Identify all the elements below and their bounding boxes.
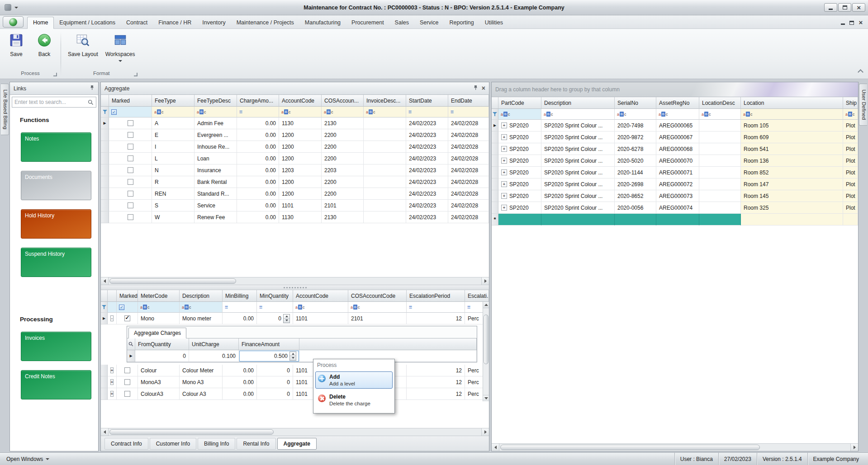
- marked-checkbox[interactable]: [128, 214, 133, 220]
- minimize-button[interactable]: [824, 3, 837, 12]
- filter-cell[interactable]: [194, 107, 237, 117]
- view-tab[interactable]: Rental Info: [237, 438, 275, 450]
- expand-icon[interactable]: +: [501, 122, 507, 128]
- context-menu-item[interactable]: Delete Delete the charge: [315, 391, 393, 409]
- marked-checkbox[interactable]: [124, 391, 130, 397]
- filter-cell[interactable]: [223, 302, 257, 313]
- quick-access-icon[interactable]: [5, 4, 11, 11]
- table-row[interactable]: + Colour Colour Meter 0.00 0 1101 12 Per…: [101, 365, 489, 376]
- filter-cell[interactable]: [498, 109, 541, 120]
- ribbon-tab[interactable]: Procurement: [346, 17, 389, 28]
- column-header[interactable]: ChargeAmo...: [237, 95, 279, 107]
- scrollbar-thumb[interactable]: [500, 445, 760, 450]
- table-row[interactable]: +SP2020 SP2020 Sprint Colour ... 2020-11…: [492, 167, 858, 178]
- column-header[interactable]: SerialNo: [615, 97, 656, 109]
- link-button[interactable]: Notes: [21, 132, 91, 162]
- horizontal-scrollbar[interactable]: [101, 277, 489, 285]
- quick-access-dropdown-icon[interactable]: [14, 7, 18, 9]
- mdi-restore-button[interactable]: [849, 19, 854, 26]
- scroll-left-icon[interactable]: [101, 428, 109, 436]
- marked-checkbox[interactable]: [128, 179, 133, 185]
- ribbon-tab[interactable]: Reporting: [444, 17, 479, 28]
- maximize-button[interactable]: [838, 3, 851, 12]
- ribbon-tab[interactable]: Utilities: [479, 17, 508, 28]
- link-button[interactable]: Documents: [21, 171, 91, 200]
- column-header[interactable]: LocationDesc: [699, 97, 741, 109]
- column-header[interactable]: AssetRegNo: [656, 97, 699, 109]
- filter-cell[interactable]: [843, 109, 858, 120]
- scroll-left-icon[interactable]: [101, 277, 109, 285]
- table-row[interactable]: A Admin Fee 0.00 1130 2130 24/02/2023 24…: [101, 117, 489, 129]
- filter-cell[interactable]: [448, 107, 489, 117]
- column-header[interactable]: COSAccoun...: [322, 95, 364, 107]
- marked-checkbox[interactable]: [128, 202, 133, 208]
- filter-cell[interactable]: [138, 302, 180, 313]
- search-input[interactable]: [14, 99, 88, 105]
- pin-icon[interactable]: [90, 85, 95, 92]
- filter-cell[interactable]: [407, 302, 465, 313]
- view-tab[interactable]: Billing Info: [198, 438, 235, 450]
- marked-checkbox[interactable]: [128, 155, 133, 161]
- expand-icon[interactable]: +: [501, 134, 507, 140]
- column-header[interactable]: FeeType: [152, 95, 194, 107]
- table-row[interactable]: R Bank Rental 0.00 1200 2200 24/02/2023 …: [101, 176, 489, 188]
- horizontal-scrollbar[interactable]: [101, 428, 489, 436]
- link-button[interactable]: Invoices: [21, 332, 91, 361]
- view-tab[interactable]: Contract Info: [104, 438, 148, 450]
- table-row[interactable]: - Mono Mono meter 0.00 0 1101 2101 12 Pe…: [101, 313, 489, 324]
- group-by-bar[interactable]: Drag a column header here to group by th…: [492, 82, 858, 97]
- filter-cell[interactable]: [656, 109, 699, 120]
- view-tab[interactable]: Aggregate: [277, 438, 317, 450]
- save-layout-button[interactable]: Save Layout: [65, 32, 101, 58]
- splitter[interactable]: [101, 285, 489, 290]
- collapse-icon[interactable]: -: [110, 315, 114, 321]
- column-header[interactable]: EscalationPeriod: [407, 290, 465, 302]
- table-row[interactable]: +SP2020 SP2020 Sprint Colour ... 2020-00…: [492, 202, 858, 214]
- new-row[interactable]: *: [492, 214, 858, 225]
- column-header[interactable]: Marked: [117, 290, 138, 302]
- filter-cell[interactable]: [615, 109, 656, 120]
- dialog-launcher-icon[interactable]: [53, 73, 57, 76]
- marked-checkbox[interactable]: [128, 120, 133, 126]
- filter-cell[interactable]: [257, 302, 293, 313]
- column-header[interactable]: Description: [541, 97, 615, 109]
- context-menu-item[interactable]: Add Add a level: [315, 371, 393, 389]
- table-row[interactable]: + MonoA3 Mono A3 0.00 0 1101 12 Perc: [101, 376, 489, 388]
- link-button[interactable]: Hold History: [21, 209, 91, 239]
- column-header[interactable]: AccountCode: [279, 95, 322, 107]
- quantity-stepper[interactable]: [283, 314, 290, 323]
- horizontal-scrollbar[interactable]: [492, 443, 858, 451]
- cell[interactable]: 0.500: [239, 350, 299, 362]
- scroll-right-icon[interactable]: [481, 428, 489, 436]
- scroll-down-icon[interactable]: [483, 395, 489, 401]
- open-windows-button[interactable]: Open Windows: [4, 456, 52, 462]
- dialog-launcher-icon[interactable]: [134, 73, 138, 76]
- ribbon-tab[interactable]: Maintenance / Projects: [231, 17, 299, 28]
- close-icon[interactable]: [482, 85, 485, 92]
- column-header[interactable]: Marked: [109, 95, 152, 107]
- column-header[interactable]: FinanceAmount: [239, 338, 299, 350]
- ribbon-tab[interactable]: Sales: [389, 17, 414, 28]
- column-header[interactable]: Location: [741, 97, 843, 109]
- marked-checkbox[interactable]: [124, 367, 130, 373]
- expand-icon[interactable]: +: [501, 146, 507, 152]
- column-header[interactable]: FeeTypeDesc: [194, 95, 237, 107]
- ribbon-tab[interactable]: Manufacturing: [299, 17, 346, 28]
- side-tab-life-based-billing[interactable]: Life Based Billing: [1, 84, 9, 135]
- ribbon-tab[interactable]: Inventory: [197, 17, 231, 28]
- scroll-up-icon[interactable]: [483, 302, 489, 308]
- app-menu-button[interactable]: [3, 16, 24, 28]
- marked-checkbox[interactable]: [128, 144, 133, 150]
- link-button[interactable]: Credit Notes: [21, 370, 91, 399]
- expand-icon[interactable]: +: [110, 391, 114, 397]
- marked-checkbox[interactable]: [128, 132, 133, 138]
- ribbon-tab[interactable]: Service: [414, 17, 444, 28]
- filter-cell[interactable]: [348, 302, 407, 313]
- column-header[interactable]: Ship: [843, 97, 858, 109]
- link-button[interactable]: Suspend History: [21, 248, 91, 277]
- filter-cell[interactable]: [364, 107, 406, 117]
- vertical-scrollbar[interactable]: [483, 302, 489, 401]
- expand-icon[interactable]: +: [110, 379, 114, 385]
- expand-icon[interactable]: +: [501, 169, 507, 175]
- mdi-close-button[interactable]: [859, 19, 863, 26]
